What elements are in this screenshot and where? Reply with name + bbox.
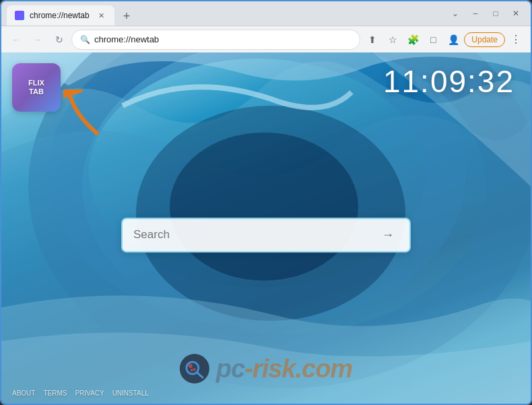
title-bar: chrome://newtab ✕ + ⌄ – □ ✕ xyxy=(1,1,531,26)
chevron-button[interactable]: ⌄ xyxy=(446,4,465,23)
flix-tab-icon[interactable]: FLIX TAB xyxy=(12,63,61,112)
svg-point-3 xyxy=(170,133,358,281)
browser-window: chrome://newtab ✕ + ⌄ – □ ✕ ← → ↻ 🔍 ⬆ ☆ … xyxy=(0,0,532,405)
tab-search-icon[interactable]: □ xyxy=(424,30,442,49)
clock-display: 11:09:32 xyxy=(383,63,514,100)
window-controls: ⌄ – □ ✕ xyxy=(446,4,531,23)
tab-close-button[interactable]: ✕ xyxy=(96,10,106,21)
update-button[interactable]: Update xyxy=(464,32,505,47)
extensions-icon[interactable]: 🧩 xyxy=(403,30,422,49)
share-icon[interactable]: ⬆ xyxy=(363,30,382,49)
browser-content: 11:09:32 FLIX TAB → xyxy=(1,52,531,404)
address-bar-row: ← → ↻ 🔍 ⬆ ☆ 🧩 □ 👤 Update ⋮ xyxy=(1,26,531,52)
about-link[interactable]: ABOUT xyxy=(12,390,35,397)
tab-strip: chrome://newtab ✕ + xyxy=(1,1,446,26)
search-submit-button[interactable]: → xyxy=(377,224,399,246)
active-tab[interactable]: chrome://newtab ✕ xyxy=(7,5,114,26)
forward-button[interactable]: → xyxy=(28,30,47,49)
new-tab-button[interactable]: + xyxy=(117,7,136,26)
minimize-button[interactable]: – xyxy=(466,4,485,23)
tab-favicon xyxy=(15,11,24,20)
watermark-logo xyxy=(180,354,209,383)
address-input[interactable] xyxy=(94,34,352,44)
tab-title: chrome://newtab xyxy=(30,11,90,20)
menu-button[interactable]: ⋮ xyxy=(506,30,525,49)
back-button[interactable]: ← xyxy=(7,30,26,49)
refresh-button[interactable]: ↻ xyxy=(50,30,69,49)
svg-point-7 xyxy=(189,364,193,368)
terms-link[interactable]: TERMS xyxy=(43,390,67,397)
search-icon: 🔍 xyxy=(80,35,90,44)
svg-point-9 xyxy=(191,369,193,371)
watermark-text: pc-risk.com xyxy=(216,355,352,383)
flix-tab-label-line1: FLIX xyxy=(28,79,44,87)
watermark: pc-risk.com xyxy=(180,354,352,383)
footer-links: ABOUT TERMS PRIVACY UNINSTALL xyxy=(12,390,149,397)
maximize-button[interactable]: □ xyxy=(486,4,505,23)
search-box: → xyxy=(121,217,411,252)
flix-tab-label-line2: TAB xyxy=(29,87,44,96)
bookmark-icon[interactable]: ☆ xyxy=(383,30,402,49)
arrow-indicator xyxy=(63,89,97,130)
close-button[interactable]: ✕ xyxy=(506,4,525,23)
privacy-link[interactable]: PRIVACY xyxy=(75,390,104,397)
uninstall-link[interactable]: UNINSTALL xyxy=(112,390,149,397)
address-bar[interactable]: 🔍 xyxy=(71,30,360,50)
search-input[interactable] xyxy=(133,228,370,242)
search-container: → xyxy=(121,217,411,252)
watermark-orange: -risk.com xyxy=(244,355,352,383)
svg-point-8 xyxy=(193,368,196,371)
profile-icon[interactable]: 👤 xyxy=(444,30,463,49)
toolbar-icons: ⬆ ☆ 🧩 □ 👤 Update ⋮ xyxy=(363,30,525,49)
svg-line-6 xyxy=(197,373,203,377)
watermark-gray: pc xyxy=(216,355,244,383)
